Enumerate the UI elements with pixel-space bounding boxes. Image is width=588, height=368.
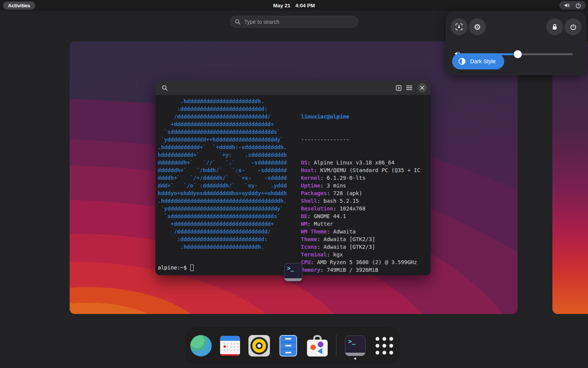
neofetch-row: Terminal: kgx <box>301 251 420 258</box>
volume-slider-knob[interactable] <box>514 50 522 58</box>
top-bar: Activities May 21 4:04 PM <box>0 0 588 11</box>
power-icon <box>575 3 581 8</box>
quick-settings-panel: ⚙ Dark Style <box>446 12 586 75</box>
neofetch-row: Host: KVM/QEMU (Standard PC (Q35 + IC <box>301 166 420 174</box>
neofetch-row: Shell: bash 5.2.15 <box>301 197 420 205</box>
new-tab-icon <box>395 85 402 91</box>
lock-button[interactable] <box>546 18 563 35</box>
terminal-prompt-glyph: >_ <box>287 265 294 272</box>
ascii-art: .hddddddddddddddddddddddh. :dddddddddddd… <box>158 97 287 251</box>
dock-item-web-browser[interactable] <box>189 332 213 359</box>
console-window-app-icon[interactable]: >_ <box>284 263 302 281</box>
neofetch-separator: --------------- <box>301 136 420 143</box>
time-label: 4:04 PM <box>296 3 315 8</box>
dock-item-console[interactable]: >_ <box>343 332 367 359</box>
date-label: May 21 <box>273 3 290 8</box>
dock-item-audio-player[interactable] <box>247 332 271 359</box>
software-bag-icon <box>307 335 328 356</box>
calendar-icon <box>220 336 240 356</box>
search-placeholder: Type to search <box>244 19 279 25</box>
close-icon <box>420 86 424 90</box>
neofetch-row: DE: GNOME 44.1 <box>301 212 420 220</box>
volume-icon <box>564 2 570 8</box>
workspace-preview-next[interactable] <box>552 41 588 314</box>
contrast-icon <box>458 58 466 65</box>
dark-style-label: Dark Style <box>470 58 496 64</box>
console-headerbar[interactable] <box>155 80 431 95</box>
terminal-search-button[interactable] <box>159 82 170 93</box>
console-window[interactable]: .hddddddddddddddddddddddh. :dddddddddddd… <box>155 80 431 275</box>
search-icon <box>235 19 241 25</box>
show-apps-button[interactable] <box>372 332 396 359</box>
neofetch-row: Resolution: 1024x768 <box>301 205 420 212</box>
neofetch-row: Icons: Adwaita [GTK2/3] <box>301 243 420 251</box>
lock-icon <box>552 23 558 30</box>
power-button[interactable] <box>565 18 581 35</box>
close-button[interactable] <box>418 83 427 92</box>
screenshot-button[interactable] <box>451 18 467 35</box>
dock-item-software[interactable] <box>305 332 329 359</box>
menu-button[interactable] <box>404 82 415 93</box>
neofetch-row: Memory: 749MiB / 3926MiB <box>301 266 420 274</box>
neofetch-title: linuxiac@alpine <box>301 113 420 120</box>
shell-prompt: alpine:~$ <box>158 264 194 271</box>
neofetch-info: linuxiac@alpine --------------- OS: Alpi… <box>301 97 420 275</box>
neofetch-row: Theme: Adwaita [GTK2/3] <box>301 235 420 243</box>
search-icon <box>162 85 168 91</box>
new-tab-button[interactable] <box>393 82 404 93</box>
app-grid-icon <box>376 337 393 355</box>
file-cabinet-icon <box>279 335 297 356</box>
gear-icon: ⚙ <box>474 23 481 31</box>
desktop-wallpaper-next <box>552 41 588 314</box>
neofetch-row: WM: Mutter <box>301 220 420 228</box>
search-input[interactable]: Type to search <box>230 16 358 28</box>
neofetch-row: Packages: 728 (apk) <box>301 189 420 197</box>
speaker-icon <box>248 335 270 356</box>
neofetch-rows: OS: Alpine Linux v3.18 x86_64Host: KVM/Q… <box>301 159 420 274</box>
dock-item-calendar[interactable] <box>218 332 242 359</box>
neofetch-row: Uptime: 3 mins <box>301 182 420 189</box>
clock[interactable]: May 21 4:04 PM <box>0 0 588 11</box>
web-browser-icon <box>190 335 212 356</box>
dock-separator <box>336 335 336 357</box>
neofetch-row: WM Theme: Adwaita <box>301 228 420 235</box>
neofetch-row: Kernel: 6.1.29-0-lts <box>301 174 420 182</box>
running-indicator <box>354 358 356 360</box>
dark-style-toggle[interactable]: Dark Style <box>452 53 504 69</box>
power-icon <box>570 24 577 30</box>
neofetch-row: CPU: AMD Ryzen 5 3600 (2) @ 3.599GHz <box>301 258 420 266</box>
neofetch-row: OS: Alpine Linux v3.18 x86_64 <box>301 159 420 166</box>
terminal-cursor <box>190 264 194 271</box>
dock: >_ <box>185 327 400 364</box>
dock-item-files[interactable] <box>276 332 300 359</box>
hamburger-menu-icon <box>406 85 412 90</box>
screenshot-icon <box>455 23 463 31</box>
terminal-content[interactable]: .hddddddddddddddddddddddh. :dddddddddddd… <box>155 95 431 275</box>
system-status-area[interactable] <box>559 1 586 10</box>
console-icon: >_ <box>345 335 366 356</box>
settings-button[interactable]: ⚙ <box>469 18 486 35</box>
